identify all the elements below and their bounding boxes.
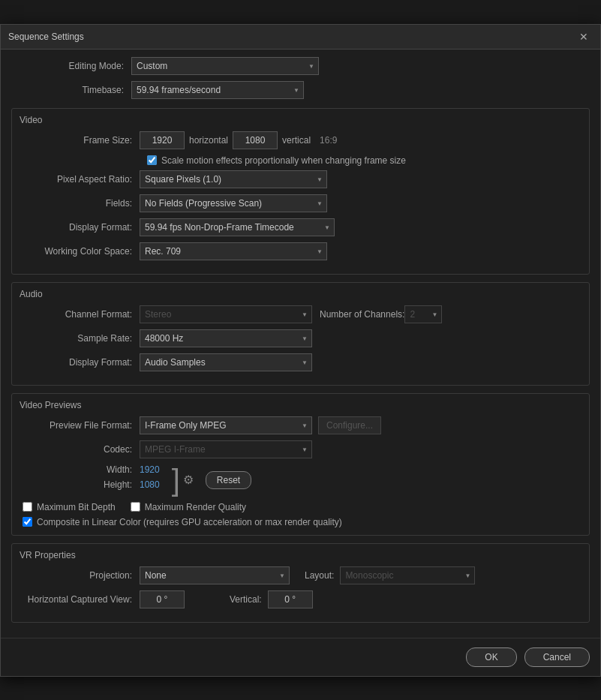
working-color-select-wrapper: Rec. 709 <box>140 242 327 260</box>
sample-rate-select-wrapper: 48000 Hz <box>140 329 312 347</box>
dialog-title: Sequence Settings <box>8 32 84 42</box>
reset-button[interactable]: Reset <box>206 471 251 489</box>
fields-label: Fields: <box>20 198 140 209</box>
editing-mode-select-wrapper: Custom <box>131 57 319 75</box>
max-render-quality-label[interactable]: Maximum Render Quality <box>145 502 246 512</box>
codec-label: Codec: <box>20 444 140 455</box>
bracket-container: ] ⚙ Reset <box>172 465 251 495</box>
audio-display-format-select-wrapper: Audio Samples <box>140 353 312 371</box>
codec-select-wrapper: MPEG I-Frame <box>140 440 312 458</box>
sample-rate-row: Sample Rate: 48000 Hz <box>20 329 581 347</box>
timebase-select-wrapper: 59.94 frames/second <box>131 81 304 99</box>
frame-width-input[interactable]: 1920 <box>140 131 185 149</box>
video-display-format-label: Display Format: <box>20 222 140 233</box>
video-previews-title: Video Previews <box>20 400 581 410</box>
preview-height-row: Height: 1080 <box>20 479 160 490</box>
pixel-aspect-select-wrapper: Square Pixels (1.0) <box>140 170 327 188</box>
audio-section: Audio Channel Format: Stereo Number of C… <box>11 282 590 386</box>
vr-layout-select-wrapper: Monoscopic <box>340 566 475 584</box>
audio-display-format-select[interactable]: Audio Samples <box>140 353 312 371</box>
audio-display-format-label: Display Format: <box>20 357 140 368</box>
composite-label[interactable]: Composite in Linear Color (requires GPU … <box>37 517 342 527</box>
footer-buttons: OK Cancel <box>1 638 600 676</box>
timebase-row: Timebase: 59.94 frames/second <box>11 81 590 99</box>
timebase-label: Timebase: <box>11 85 131 95</box>
dialog-body: Editing Mode: Custom Timebase: 59.94 fra… <box>1 50 600 638</box>
composite-row: Composite in Linear Color (requires GPU … <box>20 517 581 527</box>
preview-dimensions-labels: Width: 1920 Height: 1080 <box>20 464 160 496</box>
vr-section-title: VR Properties <box>20 550 581 560</box>
working-color-label: Working Color Space: <box>20 246 140 257</box>
vr-horizontal-label: Horizontal Captured View: <box>20 594 140 605</box>
audio-display-format-row: Display Format: Audio Samples <box>20 353 581 371</box>
vr-projection-label: Projection: <box>20 570 140 581</box>
composite-checkbox[interactable] <box>23 517 32 527</box>
sample-rate-select[interactable]: 48000 Hz <box>140 329 312 347</box>
preview-width-row: Width: 1920 <box>20 464 160 475</box>
codec-select: MPEG I-Frame <box>140 440 312 458</box>
vr-horizontal-input <box>140 590 185 608</box>
frame-height-input[interactable]: 1080 <box>233 131 278 149</box>
vr-layout-label: Layout: <box>305 570 334 581</box>
vertical-label: vertical <box>282 135 311 146</box>
fields-select[interactable]: No Fields (Progressive Scan) <box>140 194 327 212</box>
title-bar: Sequence Settings ✕ <box>1 25 600 50</box>
video-section-title: Video <box>20 115 581 125</box>
frame-size-label: Frame Size: <box>20 135 140 146</box>
scale-checkbox-label[interactable]: Scale motion effects proportionally when… <box>161 155 406 166</box>
max-bit-depth-label[interactable]: Maximum Bit Depth <box>37 502 116 512</box>
preview-format-select-wrapper: I-Frame Only MPEG <box>140 416 312 434</box>
preview-format-row: Preview File Format: I-Frame Only MPEG C… <box>20 416 581 434</box>
vr-projection-select-wrapper: None <box>140 566 290 584</box>
bit-depth-row: Maximum Bit Depth Maximum Render Quality <box>20 502 581 512</box>
pixel-aspect-row: Pixel Aspect Ratio: Square Pixels (1.0) <box>20 170 581 188</box>
fields-select-wrapper: No Fields (Progressive Scan) <box>140 194 327 212</box>
max-bit-depth-checkbox[interactable] <box>23 502 32 512</box>
pixel-aspect-label: Pixel Aspect Ratio: <box>20 174 140 185</box>
editing-mode-label: Editing Mode: <box>11 61 131 71</box>
fields-row: Fields: No Fields (Progressive Scan) <box>20 194 581 212</box>
working-color-select[interactable]: Rec. 709 <box>140 242 327 260</box>
channel-format-select: Stereo <box>140 305 312 323</box>
codec-row: Codec: MPEG I-Frame <box>20 440 581 458</box>
vr-projection-row: Projection: None Layout: Monoscopic <box>20 566 581 584</box>
pixel-aspect-select[interactable]: Square Pixels (1.0) <box>140 170 327 188</box>
channel-format-row: Channel Format: Stereo Number of Channel… <box>20 305 581 323</box>
preview-height-value: 1080 <box>140 479 160 490</box>
preview-dimensions-container: Width: 1920 Height: 1080 ] ⚙ Reset <box>20 464 581 496</box>
configure-button: Configure... <box>318 416 381 434</box>
aspect-ratio: 16:9 <box>320 135 337 146</box>
channel-format-select-wrapper: Stereo <box>140 305 312 323</box>
horizontal-label: horizontal <box>189 135 228 146</box>
vr-layout-select: Monoscopic <box>340 566 475 584</box>
editing-mode-row: Editing Mode: Custom <box>11 57 590 75</box>
preview-format-label: Preview File Format: <box>20 420 140 431</box>
working-color-row: Working Color Space: Rec. 709 <box>20 242 581 260</box>
vr-vertical-input <box>268 590 313 608</box>
scale-checkbox[interactable] <box>147 155 157 165</box>
editing-mode-select[interactable]: Custom <box>131 57 319 75</box>
video-display-format-row: Display Format: 59.94 fps Non-Drop-Frame… <box>20 218 581 236</box>
ok-button[interactable]: OK <box>466 647 516 667</box>
max-render-quality-checkbox[interactable] <box>131 502 140 512</box>
video-section: Video Frame Size: 1920 horizontal 1080 v… <box>11 108 590 275</box>
audio-section-title: Audio <box>20 289 581 299</box>
video-display-format-select[interactable]: 59.94 fps Non-Drop-Frame Timecode <box>140 218 335 236</box>
sample-rate-label: Sample Rate: <box>20 333 140 344</box>
preview-width-label: Width: <box>20 464 140 475</box>
vr-projection-select[interactable]: None <box>140 566 290 584</box>
preview-width-value: 1920 <box>140 464 160 475</box>
channel-count-select-wrapper: 2 <box>404 305 442 323</box>
close-button[interactable]: ✕ <box>575 29 593 44</box>
vr-capture-row: Horizontal Captured View: Vertical: <box>20 590 581 608</box>
bracket-icon: ] <box>172 465 180 495</box>
scale-checkbox-row: Scale motion effects proportionally when… <box>20 155 581 166</box>
cancel-button[interactable]: Cancel <box>524 647 590 667</box>
link-icon: ⚙ <box>183 473 194 487</box>
num-channels-label: Number of Channels: <box>320 309 404 320</box>
video-display-format-select-wrapper: 59.94 fps Non-Drop-Frame Timecode <box>140 218 335 236</box>
channel-count-select: 2 <box>404 305 442 323</box>
preview-format-select[interactable]: I-Frame Only MPEG <box>140 416 312 434</box>
timebase-select[interactable]: 59.94 frames/second <box>131 81 304 99</box>
vr-vertical-label: Vertical: <box>230 594 262 605</box>
